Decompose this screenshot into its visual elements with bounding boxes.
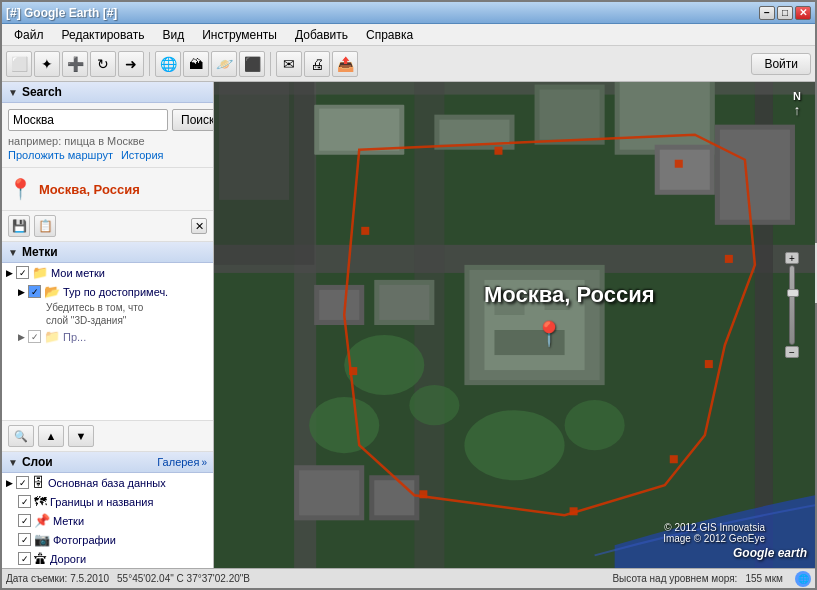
toolbar-landscape-btn[interactable]: 🏔 bbox=[183, 51, 209, 77]
toolbar: ⬜ ✦ ➕ ↻ ➜ 🌐 🏔 🪐 ⬛ ✉ 🖨 📤 Войти bbox=[2, 46, 815, 82]
checkbox[interactable]: ✓ bbox=[28, 330, 41, 343]
marks-title: Метки bbox=[22, 245, 58, 259]
toolbar-refresh-btn[interactable]: ↻ bbox=[90, 51, 116, 77]
gallery-label[interactable]: Галерея bbox=[157, 456, 199, 468]
copy-btn[interactable]: 📋 bbox=[34, 215, 56, 237]
svg-rect-42 bbox=[705, 360, 713, 368]
svg-rect-17 bbox=[494, 290, 524, 315]
zoom-thumb[interactable] bbox=[787, 289, 799, 297]
result-label: Москва, Россия bbox=[39, 182, 140, 197]
toolbar-print-btn[interactable]: 🖨 bbox=[304, 51, 330, 77]
expand-arrow-icon: ▶ bbox=[18, 332, 25, 342]
list-item[interactable]: ▶ ✓ 📁 Мои метки bbox=[2, 263, 213, 282]
layers-item-label: Границы и названия bbox=[50, 496, 153, 508]
marks-header[interactable]: ▼ Метки bbox=[2, 242, 213, 263]
save-place-btn[interactable]: 💾 bbox=[8, 215, 30, 237]
zoom-in-btn[interactable]: + bbox=[785, 252, 799, 264]
svg-rect-43 bbox=[670, 455, 678, 463]
checkbox[interactable]: ✓ bbox=[18, 495, 31, 508]
toolbar-planet-btn[interactable]: 🪐 bbox=[211, 51, 237, 77]
svg-rect-7 bbox=[319, 109, 399, 151]
folder-icon: 📁 bbox=[44, 329, 60, 344]
list-item[interactable]: ✓ 📌 Метки bbox=[2, 511, 213, 530]
copyright-line2: Image © 2012 GeoEye bbox=[663, 533, 765, 544]
satellite-map-svg bbox=[214, 82, 815, 568]
list-item[interactable]: ▶ ✓ 📁 Пр... bbox=[2, 327, 213, 346]
tree-note-line: слой "3D-здания" bbox=[2, 314, 213, 327]
layers-list: ▶ ✓ 🗄 Основная база данных ✓ 🗺 Границы и… bbox=[2, 473, 213, 568]
zoom-track bbox=[789, 265, 795, 345]
border-icon: 🗺 bbox=[34, 494, 47, 509]
list-item[interactable]: ✓ 🛣 Дороги bbox=[2, 549, 213, 568]
search-result-item[interactable]: 📍 Москва, Россия bbox=[8, 174, 207, 204]
checkbox[interactable]: ✓ bbox=[16, 476, 29, 489]
marks-item-label: Мои метки bbox=[51, 267, 105, 279]
layers-header[interactable]: ▼ Слои Галерея » bbox=[2, 452, 213, 473]
svg-rect-9 bbox=[439, 120, 509, 145]
toolbar-sep2 bbox=[270, 52, 271, 76]
up-nav-btn[interactable]: ▲ bbox=[38, 425, 64, 447]
status-coords: 55°45'02.04" С 37°37'02.20"В bbox=[117, 573, 604, 584]
checkbox[interactable]: ✓ bbox=[18, 552, 31, 565]
menu-add[interactable]: Добавить bbox=[287, 26, 356, 44]
marks-section: ▼ Метки ▶ ✓ 📁 Мои метки ▶ ✓ bbox=[2, 242, 213, 420]
svg-rect-44 bbox=[570, 507, 578, 515]
list-item[interactable]: ▶ ✓ 📂 Тур по достопримеч. bbox=[2, 282, 213, 301]
folder-icon: 📂 bbox=[44, 284, 60, 299]
checkbox[interactable]: ✓ bbox=[18, 533, 31, 546]
toolbar-plus-btn[interactable]: ➕ bbox=[62, 51, 88, 77]
menu-tools[interactable]: Инструменты bbox=[194, 26, 285, 44]
map-copyright: © 2012 GIS Innovatsia Image © 2012 GeoEy… bbox=[663, 522, 765, 544]
menu-view[interactable]: Вид bbox=[154, 26, 192, 44]
zoom-nav-btn[interactable]: 🔍 bbox=[8, 425, 34, 447]
login-button[interactable]: Войти bbox=[751, 53, 811, 75]
toolbar-arrow-btn[interactable]: ➜ bbox=[118, 51, 144, 77]
zoom-out-btn[interactable]: − bbox=[785, 346, 799, 358]
menu-help[interactable]: Справка bbox=[358, 26, 421, 44]
photos-icon: 📷 bbox=[34, 532, 50, 547]
search-button[interactable]: Поиск bbox=[172, 109, 214, 131]
list-item[interactable]: ✓ 🗺 Границы и названия bbox=[2, 492, 213, 511]
checkbox[interactable]: ✓ bbox=[18, 514, 31, 527]
title-bar-buttons: − □ ✕ bbox=[759, 6, 811, 20]
checkbox[interactable]: ✓ bbox=[16, 266, 29, 279]
copyright-line1: © 2012 GIS Innovatsia bbox=[663, 522, 765, 533]
roads-icon: 🛣 bbox=[34, 551, 47, 566]
title-bar: [#] Google Earth [#] − □ ✕ bbox=[2, 2, 815, 24]
marks-list: ▶ ✓ 📁 Мои метки ▶ ✓ 📂 Тур по достопримеч… bbox=[2, 263, 213, 420]
close-button[interactable]: ✕ bbox=[795, 6, 811, 20]
window-title: [#] Google Earth [#] bbox=[6, 6, 117, 20]
list-item[interactable]: ▶ ✓ 🗄 Основная база данных bbox=[2, 473, 213, 492]
close-panel-btn[interactable]: ✕ bbox=[191, 218, 207, 234]
map-area[interactable]: Москва, Россия 📍 N ↑ + − © 2012 GIS Inno… bbox=[214, 82, 815, 568]
svg-rect-11 bbox=[540, 90, 600, 140]
toolbar-star-btn[interactable]: ✦ bbox=[34, 51, 60, 77]
down-nav-btn[interactable]: ▼ bbox=[68, 425, 94, 447]
checkbox[interactable]: ✓ bbox=[28, 285, 41, 298]
tree-note-line: Убедитесь в том, что bbox=[2, 301, 213, 314]
search-section-header[interactable]: ▼ Search bbox=[2, 82, 213, 103]
menu-file[interactable]: Файл bbox=[6, 26, 52, 44]
folder-icon: 📁 bbox=[32, 265, 48, 280]
svg-rect-47 bbox=[361, 227, 369, 235]
list-item[interactable]: ✓ 📷 Фотографии bbox=[2, 530, 213, 549]
route-link[interactable]: Проложить маршрут bbox=[8, 149, 113, 161]
zoom-controls: + − bbox=[785, 252, 799, 358]
toolbar-mail-btn[interactable]: ✉ bbox=[276, 51, 302, 77]
pin-icon: 📍 bbox=[8, 177, 33, 201]
toolbar-globe-btn[interactable]: 🌐 bbox=[155, 51, 181, 77]
search-links: Проложить маршрут История bbox=[8, 149, 207, 161]
maximize-button[interactable]: □ bbox=[777, 6, 793, 20]
history-link[interactable]: История bbox=[121, 149, 164, 161]
toolbar-square-btn[interactable]: ⬜ bbox=[6, 51, 32, 77]
svg-rect-46 bbox=[349, 367, 357, 375]
search-input[interactable] bbox=[8, 109, 168, 131]
minimize-button[interactable]: − bbox=[759, 6, 775, 20]
layers-gallery[interactable]: Галерея » bbox=[157, 456, 207, 468]
svg-rect-39 bbox=[494, 147, 502, 155]
svg-rect-32 bbox=[379, 285, 429, 320]
toolbar-black-btn[interactable]: ⬛ bbox=[239, 51, 265, 77]
menu-edit[interactable]: Редактировать bbox=[54, 26, 153, 44]
marks-item-label: Тур по достопримеч. bbox=[63, 286, 168, 298]
toolbar-share-btn[interactable]: 📤 bbox=[332, 51, 358, 77]
